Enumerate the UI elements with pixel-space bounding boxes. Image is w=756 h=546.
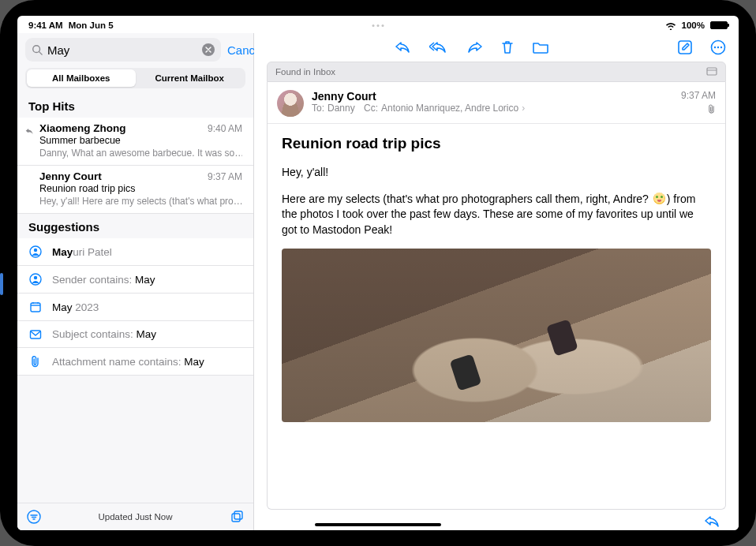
- suggestion-rest: 2023: [73, 301, 99, 313]
- message-body[interactable]: Reunion road trip pics Hey, y'all! Here …: [268, 124, 725, 509]
- move-to-folder-button[interactable]: [532, 40, 549, 54]
- suggestion-sender[interactable]: Sender contains: May: [17, 266, 253, 294]
- suggestion-match: May: [52, 301, 73, 313]
- svg-rect-22: [707, 68, 717, 75]
- suggestion-prefix: Subject contains:: [52, 328, 137, 340]
- hit-subject: Summer barbecue: [39, 135, 242, 146]
- hit-time: 9:37 AM: [208, 171, 242, 182]
- top-hit-item[interactable]: Xiaomeng Zhong9:40 AM Summer barbecue Da…: [17, 118, 253, 166]
- svg-rect-16: [234, 511, 242, 519]
- suggestion-match: May: [135, 274, 155, 286]
- to-label: To:: [312, 103, 324, 114]
- status-date: Mon Jun 5: [69, 21, 114, 30]
- message-paragraph: Here are my selects (that's what pro pho…: [282, 192, 711, 238]
- search-field[interactable]: [25, 38, 221, 62]
- close-icon: [205, 47, 211, 53]
- filter-button[interactable]: [27, 510, 41, 524]
- message-pane: Found in Inbox Jenny Court To: Danny C: [254, 33, 739, 530]
- sidebar: Cancel All Mailboxes Current Mailbox Top…: [17, 33, 254, 530]
- svg-point-20: [717, 47, 719, 48]
- message-recipients[interactable]: To: Danny Cc: Antonio Manriquez, Andre L…: [312, 103, 673, 114]
- battery-percent: 100%: [682, 21, 705, 30]
- segment-all-mailboxes[interactable]: All Mailboxes: [27, 69, 136, 87]
- message-greeting: Hey, y'all!: [282, 165, 711, 181]
- paperclip-icon: [681, 104, 716, 114]
- new-window-button[interactable]: [230, 510, 244, 524]
- message-time: 9:37 AM: [681, 90, 716, 101]
- hit-sender: Jenny Court: [39, 170, 102, 182]
- attached-photo[interactable]: [282, 249, 711, 422]
- sync-status: Updated Just Now: [99, 512, 173, 522]
- more-button[interactable]: [710, 39, 726, 55]
- suggestion-prefix: Sender contains:: [52, 274, 135, 286]
- battery-icon: [710, 21, 728, 29]
- svg-point-3: [34, 249, 37, 252]
- mailbox-icon: [706, 66, 717, 77]
- svg-point-21: [720, 47, 722, 48]
- scope-segmented: All Mailboxes Current Mailbox: [25, 68, 245, 88]
- suggestion-match: May: [184, 356, 204, 368]
- hit-preview: Hey, y'all! Here are my selects (that's …: [39, 196, 242, 207]
- found-in-banner: Found in Inbox: [267, 62, 726, 82]
- reply-all-button[interactable]: [429, 40, 448, 54]
- suggestion-rest: uri Patel: [73, 246, 112, 258]
- svg-rect-15: [232, 514, 240, 522]
- wifi-icon: [665, 21, 676, 30]
- status-bar: 9:41 AM Mon Jun 5 100%: [17, 16, 739, 33]
- tongue-emoji-icon: [653, 193, 665, 204]
- to-name: Danny: [327, 103, 355, 114]
- hit-subject: Reunion road trip pics: [39, 183, 242, 194]
- hit-sender: Xiaomeng Zhong: [39, 122, 126, 134]
- suggestion-date[interactable]: May 2023: [17, 294, 253, 321]
- compose-button[interactable]: [677, 39, 693, 55]
- trash-button[interactable]: [500, 39, 515, 55]
- cc-names: Antonio Manriquez, Andre Lorico: [381, 103, 518, 114]
- suggestion-match: May: [137, 328, 157, 340]
- message-header: Jenny Court To: Danny Cc: Antonio Manriq…: [268, 82, 725, 124]
- hit-time: 9:40 AM: [208, 123, 242, 134]
- person-icon: [28, 273, 43, 286]
- svg-rect-17: [679, 41, 691, 54]
- message-toolbar: [254, 33, 739, 60]
- avatar[interactable]: [277, 90, 304, 117]
- section-top-hits: Top Hits: [17, 93, 253, 118]
- suggestion-subject[interactable]: Subject contains: May: [17, 321, 253, 348]
- envelope-icon: [28, 329, 43, 340]
- chevron-right-icon: ›: [522, 103, 525, 114]
- clear-search-button[interactable]: [202, 43, 215, 56]
- home-indicator[interactable]: [315, 523, 441, 526]
- reply-button[interactable]: [395, 40, 412, 54]
- multitask-dots[interactable]: [372, 24, 384, 27]
- segment-current-mailbox[interactable]: Current Mailbox: [136, 69, 245, 87]
- section-suggestions: Suggestions: [17, 214, 253, 238]
- message-subject: Reunion road trip pics: [282, 135, 711, 152]
- svg-line-1: [39, 52, 43, 55]
- suggestion-person[interactable]: Mayuri Patel: [17, 238, 253, 266]
- suggestion-attachment[interactable]: Attachment name contains: May: [17, 348, 253, 376]
- status-time: 9:41 AM: [28, 21, 63, 30]
- svg-point-19: [714, 47, 716, 48]
- top-hit-item[interactable]: Jenny Court9:37 AM Reunion road trip pic…: [17, 166, 253, 214]
- forward-button[interactable]: [466, 40, 483, 54]
- person-icon: [28, 245, 43, 258]
- paperclip-icon: [28, 355, 43, 368]
- suggestion-prefix: Attachment name contains:: [52, 356, 184, 368]
- calendar-icon: [28, 301, 43, 313]
- banner-text: Found in Inbox: [275, 67, 335, 77]
- svg-point-5: [34, 276, 37, 279]
- message-from[interactable]: Jenny Court: [312, 90, 673, 103]
- svg-rect-6: [31, 303, 40, 312]
- search-input[interactable]: [43, 43, 202, 57]
- hit-preview: Danny, What an awesome barbecue. It was …: [39, 148, 242, 159]
- replied-icon: [25, 125, 34, 139]
- search-icon: [32, 44, 43, 55]
- cc-label: Cc:: [364, 103, 378, 114]
- suggestion-match: May: [52, 246, 73, 258]
- reply-footer-button[interactable]: [704, 514, 721, 529]
